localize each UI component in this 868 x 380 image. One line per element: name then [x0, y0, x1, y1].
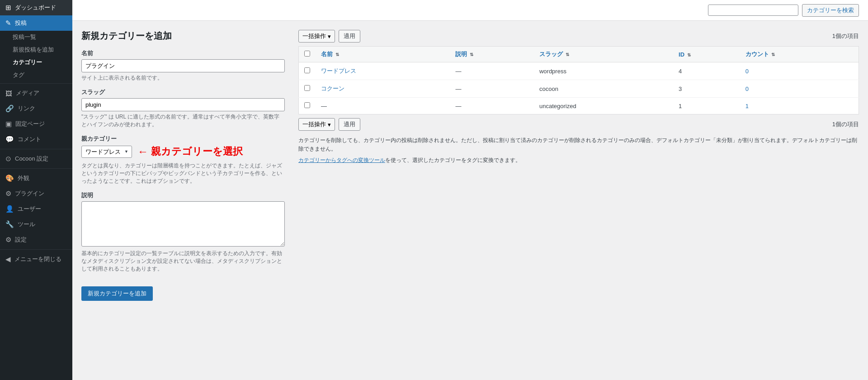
- parent-select-wrapper: なし ワードプレス コクーン: [81, 146, 132, 158]
- row-id-cell: 3: [673, 80, 740, 98]
- row-checkbox-cell: [299, 62, 316, 80]
- collapse-icon: ◀: [5, 255, 11, 263]
- apply-button-bottom[interactable]: 適用: [339, 118, 360, 131]
- search-button[interactable]: カテゴリーを検索: [802, 4, 859, 17]
- sidebar-item-collapse[interactable]: ◀ メニューを閉じる: [0, 252, 72, 267]
- sidebar-item-plugins[interactable]: ⚙ プラグイン: [0, 186, 72, 201]
- select-all-checkbox[interactable]: [304, 51, 310, 57]
- submit-button[interactable]: 新規カテゴリーを追加: [81, 286, 153, 301]
- sidebar-item-label: リンク: [18, 104, 35, 113]
- item-count-top: 1個の項目: [832, 32, 859, 40]
- table-row: ワードプレス — wordpress 4 0: [299, 62, 859, 80]
- parent-select[interactable]: なし ワードプレス コクーン: [81, 146, 132, 158]
- bulk-action-label-bottom: 一括操作: [302, 120, 326, 128]
- sidebar-item-label: 設定: [15, 236, 27, 244]
- bulk-action-chevron-bottom: ▾: [328, 121, 331, 128]
- parent-row: なし ワードプレス コクーン ← 親カテゴリーを選択: [81, 145, 285, 158]
- links-icon: 🔗: [5, 104, 14, 113]
- sidebar-sub-categories[interactable]: カテゴリー: [0, 56, 72, 69]
- comments-icon: 💬: [5, 135, 14, 143]
- th-id[interactable]: ID ⇅: [673, 47, 740, 62]
- th-slug-sort: ⇅: [566, 52, 569, 57]
- sidebar-item-label: ユーザー: [18, 205, 41, 213]
- posts-icon: ✎: [5, 19, 11, 27]
- sidebar-item-appearance[interactable]: 🎨 外観: [0, 171, 72, 186]
- row-checkbox[interactable]: [304, 85, 310, 91]
- bulk-action-button-top[interactable]: 一括操作 ▾: [298, 30, 335, 43]
- parent-label: 親カテゴリー: [81, 135, 285, 143]
- row-checkbox-cell: [299, 80, 316, 98]
- row-slug: cocoon: [539, 86, 558, 92]
- apply-button-top[interactable]: 適用: [339, 30, 360, 43]
- app-wrapper: ⊞ ダッシュボード ✎ 投稿 投稿一覧 新規投稿を追加 カテゴリー タグ 🖼 メ…: [0, 0, 868, 380]
- convert-tool-link[interactable]: カテゴリーからタグへの変換ツール: [298, 157, 385, 163]
- th-slug[interactable]: スラッグ ⇅: [534, 47, 673, 62]
- search-input[interactable]: [708, 5, 798, 16]
- sidebar: ⊞ ダッシュボード ✎ 投稿 投稿一覧 新規投稿を追加 カテゴリー タグ 🖼 メ…: [0, 0, 72, 380]
- sidebar-item-posts[interactable]: ✎ 投稿: [0, 15, 72, 31]
- sidebar-item-label: 固定ページ: [15, 120, 45, 128]
- th-slug-label[interactable]: スラッグ: [539, 51, 563, 57]
- sidebar-sub-posts-list[interactable]: 投稿一覧: [0, 31, 72, 43]
- row-name-link[interactable]: コクーン: [321, 85, 344, 92]
- slug-input[interactable]: [81, 98, 285, 111]
- sidebar-item-tools[interactable]: 🔧 ツール: [0, 217, 72, 232]
- row-checkbox[interactable]: [304, 67, 310, 73]
- table-row: コクーン — cocoon 3 0: [299, 80, 859, 98]
- row-description: —: [455, 68, 461, 75]
- row-name-cell: ワードプレス: [316, 62, 450, 80]
- bulk-action-button-bottom[interactable]: 一括操作 ▾: [298, 118, 335, 131]
- sidebar-item-label: ダッシュボード: [15, 4, 56, 12]
- row-count[interactable]: 0: [745, 68, 749, 75]
- description-input[interactable]: [81, 201, 285, 247]
- category-table-panel: 一括操作 ▾ 適用 1個の項目 名前: [298, 30, 859, 371]
- sidebar-sub-tags[interactable]: タグ: [0, 69, 72, 81]
- sidebar-item-dashboard[interactable]: ⊞ ダッシュボード: [0, 0, 72, 15]
- row-description-cell: —: [450, 80, 534, 98]
- row-id: 4: [679, 68, 682, 75]
- th-checkbox[interactable]: [299, 47, 316, 62]
- row-description: —: [455, 103, 461, 109]
- th-description[interactable]: 説明 ⇅: [450, 47, 534, 62]
- cocoon-icon: ⊙: [5, 155, 11, 163]
- name-input[interactable]: [81, 59, 285, 72]
- th-count[interactable]: カウント ⇅: [740, 47, 859, 62]
- th-count-label[interactable]: カウント: [745, 51, 769, 57]
- table-row: — — uncategorized 1 1: [299, 98, 859, 114]
- sidebar-item-settings[interactable]: ⚙ 設定: [0, 232, 72, 247]
- row-count-cell: 0: [740, 62, 859, 80]
- sidebar-item-pages[interactable]: ▣ 固定ページ: [0, 116, 72, 132]
- top-bulk-bar: 一括操作 ▾ 適用 1個の項目: [298, 30, 859, 43]
- sidebar-item-media[interactable]: 🖼 メディア: [0, 86, 72, 101]
- row-checkbox[interactable]: [304, 102, 310, 108]
- item-count-bottom: 1個の項目: [832, 120, 859, 128]
- th-name[interactable]: 名前 ⇅: [316, 47, 450, 62]
- tools-icon: 🔧: [5, 220, 14, 228]
- media-icon: 🖼: [5, 90, 12, 97]
- sidebar-item-links[interactable]: 🔗 リンク: [0, 101, 72, 116]
- parent-section: 親カテゴリー なし ワードプレス コクーン ← 親カテゴリーを選択: [81, 135, 285, 185]
- row-checkbox-cell: [299, 98, 316, 114]
- th-id-label[interactable]: ID: [679, 51, 684, 58]
- slug-label: スラッグ: [81, 88, 285, 96]
- sidebar-item-users[interactable]: 👤 ユーザー: [0, 201, 72, 217]
- sidebar-item-label: ツール: [18, 220, 35, 228]
- pages-icon: ▣: [5, 120, 12, 128]
- th-description-label[interactable]: 説明: [455, 51, 467, 57]
- parent-hint: タグとは異なり、カテゴリーは階層構造を持つことができます。たとえば、ジャズという…: [81, 162, 285, 185]
- sidebar-sub-new-post[interactable]: 新規投稿を追加: [0, 43, 72, 56]
- row-slug-cell: cocoon: [534, 80, 673, 98]
- name-section: 名前 サイト上に表示される名前です。: [81, 49, 285, 82]
- row-description: —: [455, 86, 461, 92]
- slug-hint: "スラッグ" は URL に適した形式の名前です。通常はすべて半角小文字で、英数…: [81, 113, 285, 128]
- row-count[interactable]: 0: [745, 86, 749, 92]
- row-name-link[interactable]: ワードプレス: [321, 67, 356, 74]
- th-name-label[interactable]: 名前: [321, 51, 333, 57]
- sidebar-item-cocoon[interactable]: ⊙ Cocoon 設定: [0, 151, 72, 166]
- categories-table: 名前 ⇅ 説明 ⇅ スラッグ ⇅: [298, 46, 859, 114]
- footer-text: カテゴリーを削除しても、カテゴリー内の投稿は削除されません。ただし、投稿に割り当…: [298, 136, 859, 153]
- users-icon: 👤: [5, 205, 14, 213]
- name-hint: サイト上に表示される名前です。: [81, 74, 285, 82]
- sidebar-item-comments[interactable]: 💬 コメント: [0, 132, 72, 147]
- row-count[interactable]: 1: [745, 103, 749, 109]
